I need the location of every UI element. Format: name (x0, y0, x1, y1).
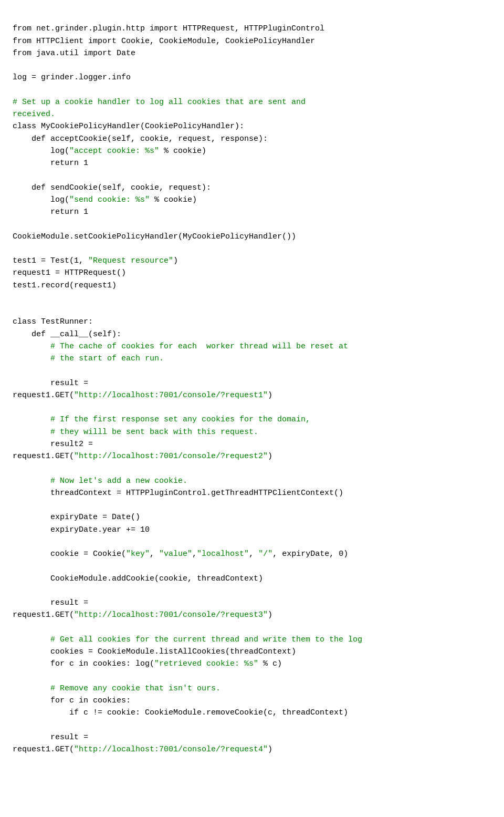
line-7: # Set up a cookie handler to log all coo… (13, 98, 306, 107)
line-8: received. (13, 110, 55, 119)
line-31: request1.GET("http://localhost:7001/cons… (13, 391, 272, 400)
line-2: from HTTPClient import Cookie, CookieMod… (13, 37, 315, 46)
line-38: # Now let's add a new cookie. (13, 477, 187, 485)
line-28: # the start of each run. (13, 354, 164, 363)
line-5: log = grinder.logger.info (13, 73, 131, 82)
line-48: result = (13, 598, 88, 607)
line-20: test1 = Test(1, "Request resource") (13, 256, 178, 265)
line-3: from java.util import Date (13, 49, 135, 58)
line-27: # The cache of cookies for each worker t… (13, 342, 348, 351)
line-56: for c in cookies: (13, 696, 131, 705)
line-41: expiryDate = Date() (13, 513, 140, 522)
line-10: def acceptCookie(self, cookie, request, … (13, 135, 268, 143)
line-59: result = (13, 733, 88, 742)
line-35: result2 = (13, 440, 93, 449)
line-16: return 1 (13, 208, 88, 216)
line-57: if c != cookie: CookieModule.removeCooki… (13, 708, 348, 717)
line-49: request1.GET("http://localhost:7001/cons… (13, 611, 272, 619)
line-22: test1.record(request1) (13, 281, 117, 290)
code-viewer: from net.grinder.plugin.http import HTTP… (13, 11, 491, 756)
line-60: request1.GET("http://localhost:7001/cons… (13, 745, 272, 754)
line-14: def sendCookie(self, cookie, request): (13, 183, 211, 192)
line-21: request1 = HTTPRequest() (13, 268, 126, 277)
line-44: cookie = Cookie("key", "value","localhos… (13, 550, 348, 559)
line-30: result = (13, 379, 88, 388)
line-34: # they willl be sent back with this requ… (13, 428, 258, 437)
line-55: # Remove any cookie that isn't ours. (13, 684, 220, 693)
line-36: request1.GET("http://localhost:7001/cons… (13, 452, 272, 461)
line-1: from net.grinder.plugin.http import HTTP… (13, 24, 324, 33)
line-26: def __call__(self): (13, 330, 121, 339)
line-39: threadContext = HTTPPluginControl.getThr… (13, 489, 343, 498)
line-53: for c in cookies: log("retrieved cookie:… (13, 659, 282, 668)
line-18: CookieModule.setCookiePolicyHandler(MyCo… (13, 232, 296, 241)
line-11: log("accept cookie: %s" % cookie) (13, 147, 206, 156)
line-25: class TestRunner: (13, 317, 93, 326)
line-46: CookieModule.addCookie(cookie, threadCon… (13, 574, 263, 583)
line-15: log("send cookie: %s" % cookie) (13, 195, 197, 204)
line-9: class MyCookiePolicyHandler(CookiePolicy… (13, 122, 244, 131)
line-12: return 1 (13, 159, 88, 168)
line-52: cookies = CookieModule.listAllCookies(th… (13, 647, 296, 656)
line-33: # If the first response set any cookies … (13, 415, 310, 424)
line-42: expiryDate.year += 10 (13, 525, 150, 534)
line-51: # Get all cookies for the current thread… (13, 635, 362, 644)
